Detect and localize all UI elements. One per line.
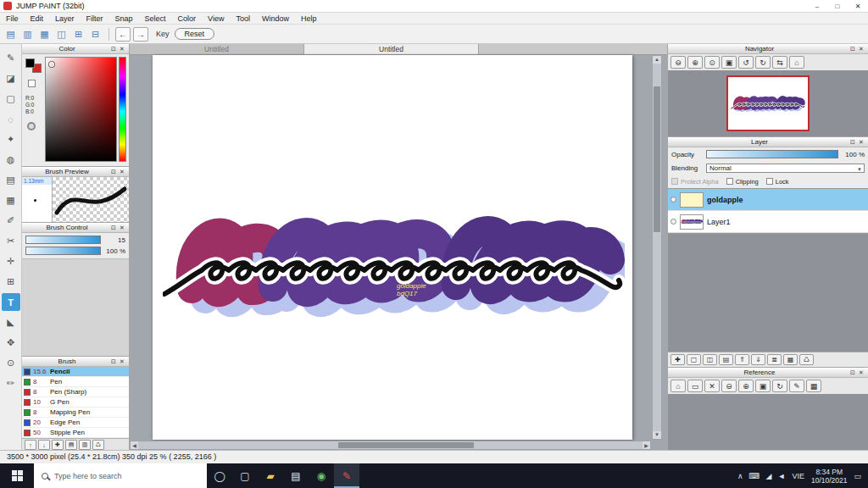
move-tool[interactable]: ✛	[2, 252, 20, 270]
language-indicator[interactable]: VIE	[792, 472, 804, 480]
jump-paint-taskbar-icon[interactable]: ✎	[334, 463, 359, 488]
menu-item[interactable]: Color	[172, 13, 203, 25]
redo-button[interactable]: →	[133, 27, 148, 42]
brush-settings-icon[interactable]: ◫	[54, 27, 69, 42]
brush-add-icon[interactable]: ✚	[52, 440, 64, 450]
text-tool[interactable]: T	[2, 293, 20, 311]
color-picker-marker[interactable]	[49, 62, 54, 67]
network-icon[interactable]: ◢	[766, 472, 772, 480]
brush-down-icon[interactable]: ↓	[38, 440, 50, 450]
nav-zoom-out-icon[interactable]: ⊖	[670, 56, 686, 69]
minimize-button[interactable]: –	[807, 0, 827, 13]
layer-move-down-icon[interactable]: ⇓	[751, 354, 765, 365]
layer-new-icon[interactable]: ▢	[687, 354, 701, 365]
menu-item[interactable]: File	[0, 13, 25, 25]
brush-list-item[interactable]: 15.6 Pencil	[22, 367, 129, 377]
panel-restore-icon[interactable]: ⊡	[109, 358, 118, 365]
menu-item[interactable]: View	[202, 13, 230, 25]
brush-list-item[interactable]: 8 Pen	[22, 377, 129, 387]
brush-list-item[interactable]: 20 Edge Pen	[22, 418, 129, 428]
nav-rotate-right-icon[interactable]: ↻	[755, 56, 771, 69]
panel-close-icon[interactable]: ✕	[857, 46, 865, 53]
brush-folder-icon[interactable]: ▤	[65, 440, 77, 450]
screentone-tool[interactable]: ▦	[2, 191, 20, 209]
document-tab[interactable]: Untitled	[304, 44, 479, 54]
layer-duplicate-icon[interactable]: ◫	[703, 354, 717, 365]
horizontal-scroll-thumb[interactable]	[338, 442, 473, 448]
taskbar-clock[interactable]: 8:34 PM 10/10/2021	[811, 468, 848, 485]
panel-close-icon[interactable]: ✕	[118, 225, 126, 231]
scroll-left-arrow[interactable]: ◀	[131, 441, 138, 449]
ref-open-icon[interactable]: ▭	[687, 380, 703, 392]
menu-item[interactable]: Filter	[81, 13, 109, 25]
cortana-icon[interactable]: ◯	[207, 463, 232, 488]
open-file-icon[interactable]: ▥	[20, 27, 35, 42]
task-view-icon[interactable]: ▢	[232, 463, 258, 488]
workspace[interactable]: goldapple bdQ17 ▲ ▼ ◀ ▶	[130, 55, 667, 450]
nav-actual-size-icon[interactable]: ▣	[721, 56, 737, 69]
nav-reset-icon[interactable]: ⌂	[789, 56, 804, 69]
layer-visibility-toggle[interactable]	[670, 219, 676, 225]
panel-restore-icon[interactable]: ⊡	[849, 139, 857, 146]
pencil-tool[interactable]: ✏	[2, 374, 20, 392]
save-icon[interactable]: ▦	[37, 27, 52, 42]
volume-icon[interactable]: ◄	[778, 472, 786, 480]
layer-move-up-icon[interactable]: ⇑	[735, 354, 749, 365]
layer-folder-icon[interactable]: ▤	[719, 354, 733, 365]
brush-delete-icon[interactable]: ♺	[92, 440, 104, 450]
brush-list-item[interactable]: 8 Mapping Pen	[22, 408, 129, 418]
color-wheel-toggle[interactable]	[27, 122, 36, 130]
layer-merge-icon[interactable]: ≣	[767, 354, 782, 365]
clipping-checkbox[interactable]	[726, 178, 733, 185]
ref-zoom-out-icon[interactable]: ⊖	[721, 380, 737, 392]
nav-flip-icon[interactable]: ⇆	[772, 56, 787, 69]
divide-tool[interactable]: ✂	[2, 232, 20, 250]
ref-rotate-icon[interactable]: ↻	[772, 380, 787, 392]
brush-list-item[interactable]: 8 Pen (Sharp)	[22, 387, 129, 397]
file-explorer-icon[interactable]: ▰	[258, 463, 283, 488]
panel-close-icon[interactable]: ✕	[118, 358, 126, 365]
foreground-color-swatch[interactable]	[25, 58, 35, 68]
grid-tool[interactable]: ⊞	[2, 273, 20, 291]
brush-edit-icon[interactable]: ▥	[79, 440, 91, 450]
opacity-slider[interactable]	[706, 150, 838, 158]
ref-close-icon[interactable]: ✕	[704, 380, 720, 392]
bucket-fill-tool[interactable]: ◍	[2, 151, 20, 169]
navigator-thumbnail[interactable]	[726, 75, 810, 131]
chrome-icon[interactable]: ◉	[309, 463, 334, 488]
panel-close-icon[interactable]: ✕	[857, 369, 865, 376]
menu-item[interactable]: Layer	[49, 13, 81, 25]
eraser-tool[interactable]: ◪	[2, 69, 20, 87]
undo-button[interactable]: ←	[115, 27, 131, 42]
layer-row-layer1[interactable]: Layer1	[668, 211, 868, 233]
saturation-value-picker[interactable]	[45, 57, 117, 162]
panel-restore-icon[interactable]: ⊡	[109, 225, 118, 231]
panel-close-icon[interactable]: ✕	[118, 46, 126, 53]
select-pen-tool[interactable]: ✐	[2, 212, 20, 230]
scroll-right-arrow[interactable]: ▶	[643, 441, 650, 449]
start-button[interactable]	[0, 463, 34, 488]
layer-delete-icon[interactable]: ♺	[799, 354, 814, 365]
brush-tool[interactable]: ✎	[2, 49, 20, 67]
menu-item[interactable]: Window	[256, 13, 295, 25]
panel-restore-icon[interactable]: ⊡	[849, 46, 857, 53]
ref-grid-icon[interactable]: ▦	[806, 380, 821, 392]
menu-item[interactable]: Tool	[230, 13, 256, 25]
lasso-tool[interactable]: ◌	[2, 110, 20, 128]
blending-select[interactable]: Normal ▼	[706, 164, 865, 173]
ref-actual-size-icon[interactable]: ▣	[755, 380, 771, 392]
panel-close-icon[interactable]: ✕	[118, 169, 126, 175]
canvas[interactable]: goldapple bdQ17	[153, 55, 632, 440]
new-canvas-icon[interactable]: ▤	[3, 27, 18, 42]
document-tab[interactable]: Untitled	[130, 44, 304, 54]
magic-wand-tool[interactable]: ✦	[2, 130, 20, 148]
panel-close-icon[interactable]: ✕	[857, 139, 865, 146]
ref-home-icon[interactable]: ⌂	[670, 380, 686, 392]
eyedropper-tool[interactable]: ◣	[2, 313, 20, 331]
menu-item[interactable]: Edit	[25, 13, 50, 25]
ref-zoom-in-icon[interactable]: ⊕	[738, 380, 754, 392]
menu-item[interactable]: Select	[139, 13, 172, 25]
brush-up-icon[interactable]: ↑	[25, 440, 36, 450]
hidden-icons-chevron[interactable]: ∧	[737, 472, 743, 480]
layer-settings-icon[interactable]: ▦	[783, 354, 798, 365]
